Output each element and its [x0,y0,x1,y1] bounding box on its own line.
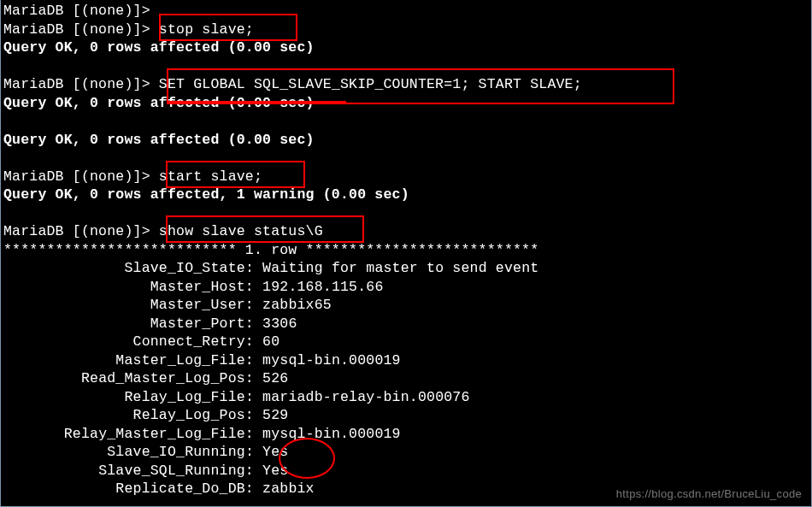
blank-4 [3,205,12,221]
status-row: Relay_Log_Pos: 529 [3,407,288,423]
response-ok-3: Query OK, 0 rows affected (0.00 sec) [3,132,315,148]
prompt-line-start: MariaDB [(none)]> start slave; [3,168,262,185]
status-row: Relay_Master_Log_File: mysql-bin.000019 [3,426,401,442]
blank-3 [3,150,12,166]
response-ok-1: Query OK, 0 rows affected (0.00 sec) [3,39,315,56]
response-ok-2: Query OK, 0 rows affected (0.00 sec) [3,95,315,111]
blank-1 [3,58,12,74]
cmd-set-skip-counter: SET GLOBAL SQL_SLAVE_SKIP_COUNTER=1; STA… [159,76,582,92]
status-row: Slave_SQL_Running: Yes [3,463,288,479]
terminal-output[interactable]: MariaDB [(none)]> MariaDB [(none)]> stop… [0,0,812,507]
status-row: Master_Host: 192.168.115.66 [3,279,384,295]
prompt-line-skip: MariaDB [(none)]> SET GLOBAL SQL_SLAVE_S… [3,76,582,92]
status-row: Master_User: zabbix65 [3,297,332,313]
watermark-text: https://blog.csdn.net/BruceLiu_code [616,487,802,500]
prompt-line-empty: MariaDB [(none)]> [3,3,159,19]
status-row: Master_Port: 3306 [3,315,297,332]
status-row: Connect_Retry: 60 [3,333,279,350]
prompt-line-status: MariaDB [(none)]> show slave status\G [3,223,323,239]
status-row: Slave_IO_State: Waiting for master to se… [3,260,538,276]
response-ok-warn: Query OK, 0 rows affected, 1 warning (0.… [3,186,409,203]
prompt-line-stop: MariaDB [(none)]> stop slave; [3,21,254,38]
status-header: *************************** 1. row *****… [3,242,538,258]
cmd-stop-slave: stop slave; [159,21,254,38]
cmd-show-slave-status: show slave status\G [159,223,323,239]
cmd-start-slave: start slave; [159,168,262,185]
status-row: Read_Master_Log_Pos: 526 [3,370,288,386]
status-row: Relay_Log_File: mariadb-relay-bin.000076 [3,389,470,405]
status-row: Master_Log_File: mysql-bin.000019 [3,352,401,368]
status-row: Replicate_Do_DB: zabbix [3,480,315,497]
status-row: Slave_IO_Running: Yes [3,444,288,460]
blank-2 [3,113,12,129]
